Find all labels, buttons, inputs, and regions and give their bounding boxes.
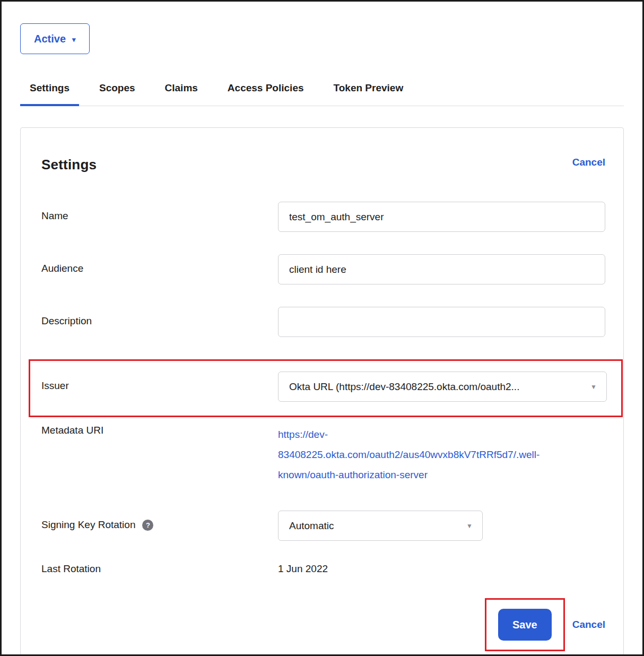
- name-label: Name: [41, 202, 278, 222]
- signing-key-rotation-select[interactable]: Automatic ▼: [278, 511, 483, 541]
- help-icon[interactable]: ?: [142, 520, 153, 531]
- form-footer: Save Cancel: [41, 598, 605, 651]
- last-rotation-row: Last Rotation 1 Jun 2022: [41, 563, 605, 575]
- signing-key-rotation-row: Signing Key Rotation ? Automatic ▼: [41, 511, 605, 541]
- tab-settings[interactable]: Settings: [20, 80, 79, 106]
- issuer-selected-value: Okta URL (https://dev-83408225.okta.com/…: [289, 381, 519, 393]
- issuer-highlight-box: Issuer Okta URL (https://dev-83408225.ok…: [29, 359, 623, 417]
- save-highlight-box: Save: [485, 598, 565, 651]
- tab-claims[interactable]: Claims: [155, 80, 207, 106]
- signing-key-rotation-value: Automatic: [289, 520, 334, 532]
- last-rotation-label: Last Rotation: [41, 563, 278, 575]
- issuer-select[interactable]: Okta URL (https://dev-83408225.okta.com/…: [278, 372, 607, 402]
- cancel-link-top[interactable]: Cancel: [572, 157, 605, 168]
- status-label: Active: [34, 33, 66, 45]
- card-header: Settings Cancel: [41, 157, 605, 173]
- name-row: Name: [41, 202, 605, 232]
- audience-row: Audience: [41, 254, 605, 284]
- status-bar: Active ▾: [2, 2, 642, 54]
- chevron-down-icon: ▼: [584, 383, 597, 391]
- last-rotation-value: 1 Jun 2022: [278, 563, 605, 575]
- tab-access-policies[interactable]: Access Policies: [218, 80, 314, 106]
- audience-label: Audience: [41, 254, 278, 274]
- name-input[interactable]: [278, 202, 605, 232]
- page-title: Settings: [41, 157, 97, 173]
- chevron-down-icon: ▼: [460, 522, 473, 530]
- settings-card: Settings Cancel Name Audience Descriptio…: [20, 127, 624, 656]
- audience-input[interactable]: [278, 254, 605, 284]
- chevron-down-icon: ▾: [72, 35, 76, 43]
- description-row: Description: [41, 307, 605, 337]
- tab-scopes[interactable]: Scopes: [90, 80, 145, 106]
- cancel-link-bottom[interactable]: Cancel: [572, 619, 605, 631]
- tab-bar: Settings Scopes Claims Access Policies T…: [20, 80, 624, 106]
- active-status-dropdown[interactable]: Active ▾: [20, 23, 90, 54]
- description-label: Description: [41, 307, 278, 327]
- metadata-uri-link[interactable]: https://dev-83408225.okta.com/oauth2/aus…: [278, 425, 549, 485]
- signing-key-rotation-label: Signing Key Rotation ?: [41, 511, 278, 531]
- tab-token-preview[interactable]: Token Preview: [324, 80, 413, 106]
- metadata-uri-label: Metadata URI: [41, 425, 278, 436]
- metadata-uri-row: Metadata URI https://dev-83408225.okta.c…: [41, 425, 605, 485]
- description-input[interactable]: [278, 307, 605, 337]
- issuer-row: Issuer Okta URL (https://dev-83408225.ok…: [41, 372, 607, 402]
- signing-key-rotation-label-text: Signing Key Rotation: [41, 519, 135, 531]
- save-button[interactable]: Save: [498, 609, 552, 641]
- issuer-label: Issuer: [41, 372, 278, 392]
